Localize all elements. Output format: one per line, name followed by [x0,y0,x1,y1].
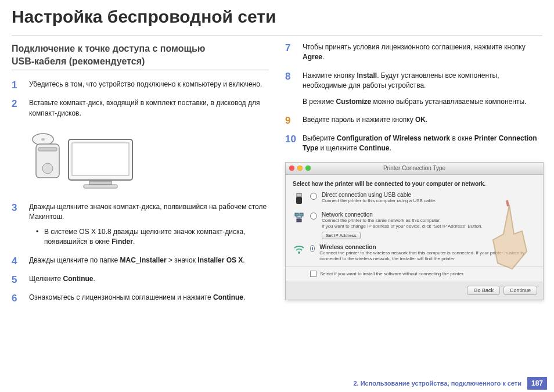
step-number: 2 [12,98,26,109]
step-6: 6 Ознакомьтесь с лицензионным соглашение… [12,293,269,303]
radio-network[interactable] [310,213,317,220]
section-rule [12,70,269,70]
dialog-hint: Select how the printer will be connected… [293,181,536,187]
continue-button[interactable]: Continue [503,286,537,295]
checkbox-label: Select if you want to install the softwa… [320,271,465,276]
svg-point-1 [41,138,45,141]
option-label: Wireless connection [319,244,536,250]
step-text: Выберите Configuration of Wireless netwo… [303,134,542,154]
steps-right: 7 Чтобы принять условия лицензионного со… [285,42,542,154]
step-text: Дважды щелкните значок компакт-диска, по… [29,202,269,247]
set-ip-button[interactable]: Set IP Address [322,232,361,239]
step-text: Нажмите кнопку Install. Будут установлен… [303,71,542,107]
step-5: 5 Щелкните Continue. [12,274,269,285]
section-heading: Подключение к точке доступа с помощью US… [12,42,269,67]
step-text: Чтобы принять условия лицензионного согл… [303,42,542,63]
step-10: 10 Выберите Configuration of Wireless ne… [285,134,542,154]
svg-rect-9 [297,193,301,197]
steps-left-cont: 3 Дважды щелкните значок компакт-диска, … [12,202,269,303]
step-text: Ознакомьтесь с лицензионным соглашением … [29,293,269,303]
go-back-button[interactable]: Go Back [467,286,500,295]
option-desc: Connect the printer to the same network … [322,218,483,230]
footer-section: 2. Использование устройства, подключенно… [353,380,521,387]
wifi-icon [293,244,305,257]
step-8: 8 Нажмите кнопку Install. Будут установл… [285,71,542,107]
step-text: Вставьте компакт-диск, входящий в компле… [29,98,269,118]
svg-rect-3 [38,148,57,151]
radio-usb[interactable] [310,193,317,200]
option-label: Direct connection using USB cable [322,192,436,198]
step-3: 3 Дважды щелкните значок компакт-диска, … [12,202,269,247]
step-3-bullet: • В системе OS X 10.8 дважды щелкните зн… [36,227,269,247]
step-number: 4 [12,256,26,266]
install-without-printer-row[interactable]: Select if you want to install the softwa… [293,271,536,277]
step-number: 6 [12,293,26,303]
step-number: 5 [12,274,26,285]
section-heading-line1: Подключение к точке доступа с помощью [12,44,206,53]
svg-rect-6 [72,143,129,175]
step-number: 9 [285,115,299,125]
dialog-footer: Go Back Continue [286,282,543,300]
step-text: Щелкните Continue. [29,274,269,284]
step-number: 10 [285,134,299,144]
cd-monitor-illustration [15,127,269,196]
bullet-dot: • [36,227,44,247]
page-footer: 2. Использование устройства, подключенно… [353,377,547,390]
dialog-title: Printer Connection Type [286,165,543,171]
dialog-body: Select how the printer will be connected… [286,175,543,282]
dialog-titlebar: Printer Connection Type [286,163,543,175]
title-rule [12,35,542,35]
svg-rect-7 [89,181,111,185]
step-text: Убедитесь в том, что устройство подключе… [29,80,269,89]
step-1: 1 Убедитесь в том, что устройство подклю… [12,80,269,90]
section-heading-line2: USB-кабеля (рекомендуется) [12,56,145,66]
usb-icon [293,192,305,207]
printer-connection-dialog: Printer Connection Type Select how the p… [285,162,544,301]
step-number: 8 [285,71,299,81]
svg-rect-8 [84,185,117,188]
step-2: 2 Вставьте компакт-диск, входящий в комп… [12,98,269,118]
steps-left: 1 Убедитесь в том, что устройство подклю… [12,80,269,118]
step-4: 4 Дважды щелкните по папке MAC_Installer… [12,256,269,266]
step-text: Введите пароль и нажмите кнопку OK. [303,115,542,125]
option-usb[interactable]: Direct connection using USB cable Connec… [293,192,536,207]
step-8-extra: В режиме Customize можно выбрать устанав… [303,97,542,107]
step-9: 9 Введите пароль и нажмите кнопку OK. [285,115,542,125]
svg-point-4 [42,163,53,174]
page-title: Настройка беспроводной сети [12,7,542,27]
svg-rect-12 [300,213,303,216]
option-desc: Connect the printer to this computer usi… [322,198,436,204]
radio-wireless[interactable] [310,245,315,252]
svg-rect-13 [297,219,301,222]
svg-rect-11 [295,213,298,216]
checkbox-install-without-printer[interactable] [310,271,316,277]
step-number: 3 [12,202,26,213]
option-network[interactable]: Network connection Connect the printer t… [293,211,536,239]
option-label: Network connection [322,211,483,218]
option-wireless[interactable]: Wireless connection Connect the printer … [293,244,536,262]
svg-point-14 [298,251,300,254]
svg-rect-10 [296,197,302,204]
page-number: 187 [527,377,547,390]
step-7: 7 Чтобы принять условия лицензионного со… [285,42,542,63]
step-number: 7 [285,42,299,53]
network-icon [293,211,305,225]
dialog-separator [286,267,543,267]
step-number: 1 [12,80,26,90]
step-text: Дважды щелкните по папке MAC_Installer >… [29,256,269,265]
option-desc: Connect the printer to the wireless netw… [319,250,536,262]
